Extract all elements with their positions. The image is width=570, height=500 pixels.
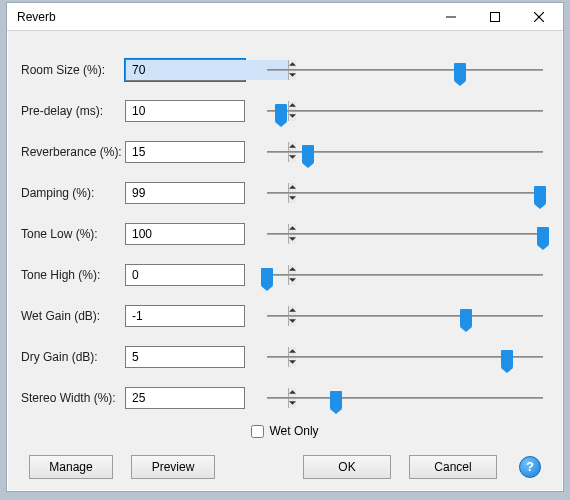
param-label-tone_low: Tone Low (%): bbox=[21, 227, 125, 241]
slider-track bbox=[267, 315, 543, 317]
svg-marker-21 bbox=[289, 401, 296, 405]
param-label-reverberance: Reverberance (%): bbox=[21, 145, 125, 159]
slider-track bbox=[267, 151, 543, 153]
slider-thumb-stereo_width[interactable] bbox=[330, 391, 342, 409]
slider-track bbox=[267, 192, 543, 194]
slider-track bbox=[267, 110, 543, 112]
param-row-room_size: Room Size (%): bbox=[21, 49, 549, 90]
svg-marker-13 bbox=[289, 237, 296, 241]
param-label-dry_gain: Dry Gain (dB): bbox=[21, 350, 125, 364]
param-slider-tone_high[interactable] bbox=[245, 274, 549, 276]
wet-only-checkbox[interactable] bbox=[251, 425, 264, 438]
manage-button[interactable]: Manage bbox=[29, 455, 113, 479]
param-row-damping: Damping (%): bbox=[21, 172, 549, 213]
param-label-stereo_width: Stereo Width (%): bbox=[21, 391, 125, 405]
spin-down-wet_gain[interactable] bbox=[289, 316, 296, 326]
wet-only-label-wrap[interactable]: Wet Only bbox=[251, 424, 318, 438]
param-slider-tone_low[interactable] bbox=[245, 233, 549, 235]
slider-thumb-dry_gain[interactable] bbox=[501, 350, 513, 368]
param-slider-dry_gain[interactable] bbox=[245, 356, 549, 358]
param-slider-damping[interactable] bbox=[245, 192, 549, 194]
param-label-wet_gain: Wet Gain (dB): bbox=[21, 309, 125, 323]
param-slider-wet_gain[interactable] bbox=[245, 315, 549, 317]
svg-marker-16 bbox=[289, 309, 296, 313]
maximize-button[interactable] bbox=[473, 4, 517, 30]
preview-button[interactable]: Preview bbox=[131, 455, 215, 479]
param-label-damping: Damping (%): bbox=[21, 186, 125, 200]
spin-down-stereo_width[interactable] bbox=[289, 398, 296, 408]
param-spinbox-damping[interactable] bbox=[125, 182, 245, 204]
svg-marker-7 bbox=[289, 114, 296, 118]
param-row-stereo_width: Stereo Width (%): bbox=[21, 377, 549, 418]
close-icon bbox=[534, 12, 544, 22]
param-spinbox-tone_low[interactable] bbox=[125, 223, 245, 245]
wet-only-label: Wet Only bbox=[269, 424, 318, 438]
svg-marker-14 bbox=[289, 268, 296, 272]
param-spinbox-wet_gain[interactable] bbox=[125, 305, 245, 327]
svg-marker-12 bbox=[289, 227, 296, 231]
spin-down-reverberance[interactable] bbox=[289, 152, 296, 162]
param-row-dry_gain: Dry Gain (dB): bbox=[21, 336, 549, 377]
minimize-button[interactable] bbox=[429, 4, 473, 30]
param-row-tone_high: Tone High (%): bbox=[21, 254, 549, 295]
svg-marker-20 bbox=[289, 391, 296, 395]
svg-marker-8 bbox=[289, 145, 296, 149]
param-spinbox-reverberance[interactable] bbox=[125, 141, 245, 163]
window-title: Reverb bbox=[17, 10, 429, 24]
slider-thumb-tone_low[interactable] bbox=[537, 227, 549, 245]
param-label-room_size: Room Size (%): bbox=[21, 63, 125, 77]
param-row-pre_delay: Pre-delay (ms): bbox=[21, 90, 549, 131]
svg-marker-5 bbox=[289, 73, 296, 77]
slider-thumb-pre_delay[interactable] bbox=[275, 104, 287, 122]
svg-marker-4 bbox=[289, 63, 296, 67]
ok-button[interactable]: OK bbox=[303, 455, 391, 479]
slider-thumb-reverberance[interactable] bbox=[302, 145, 314, 163]
button-bar: Manage Preview OK Cancel ? bbox=[21, 451, 549, 479]
param-slider-pre_delay[interactable] bbox=[245, 110, 549, 112]
svg-marker-18 bbox=[289, 350, 296, 354]
svg-marker-15 bbox=[289, 278, 296, 282]
param-spinbox-room_size[interactable] bbox=[125, 59, 245, 81]
spin-down-tone_high[interactable] bbox=[289, 275, 296, 285]
svg-marker-6 bbox=[289, 104, 296, 108]
svg-rect-1 bbox=[491, 12, 500, 21]
param-spinbox-dry_gain[interactable] bbox=[125, 346, 245, 368]
param-slider-room_size[interactable] bbox=[245, 69, 549, 71]
maximize-icon bbox=[490, 12, 500, 22]
param-spinbox-tone_high[interactable] bbox=[125, 264, 245, 286]
param-row-tone_low: Tone Low (%): bbox=[21, 213, 549, 254]
param-slider-stereo_width[interactable] bbox=[245, 397, 549, 399]
slider-thumb-damping[interactable] bbox=[534, 186, 546, 204]
spin-down-dry_gain[interactable] bbox=[289, 357, 296, 367]
svg-marker-10 bbox=[289, 186, 296, 190]
param-label-tone_high: Tone High (%): bbox=[21, 268, 125, 282]
spin-down-damping[interactable] bbox=[289, 193, 296, 203]
param-label-pre_delay: Pre-delay (ms): bbox=[21, 104, 125, 118]
dialog-content: Room Size (%):Pre-delay (ms):Reverberanc… bbox=[7, 31, 563, 487]
slider-thumb-wet_gain[interactable] bbox=[460, 309, 472, 327]
help-button[interactable]: ? bbox=[519, 456, 541, 478]
slider-track bbox=[267, 233, 543, 235]
title-bar: Reverb bbox=[7, 3, 563, 31]
param-row-wet_gain: Wet Gain (dB): bbox=[21, 295, 549, 336]
cancel-button[interactable]: Cancel bbox=[409, 455, 497, 479]
slider-track bbox=[267, 274, 543, 276]
slider-thumb-tone_high[interactable] bbox=[261, 268, 273, 286]
param-row-reverberance: Reverberance (%): bbox=[21, 131, 549, 172]
svg-marker-19 bbox=[289, 360, 296, 364]
slider-track bbox=[267, 69, 543, 71]
close-button[interactable] bbox=[517, 4, 561, 30]
param-slider-reverberance[interactable] bbox=[245, 151, 549, 153]
wet-only-row: Wet Only bbox=[21, 418, 549, 451]
spin-down-pre_delay[interactable] bbox=[289, 111, 296, 121]
reverb-dialog: Reverb Room Size (%):Pre-delay (ms):Reve… bbox=[6, 2, 564, 492]
slider-track bbox=[267, 356, 543, 358]
svg-marker-11 bbox=[289, 196, 296, 200]
slider-thumb-room_size[interactable] bbox=[454, 63, 466, 81]
svg-marker-17 bbox=[289, 319, 296, 323]
spin-down-tone_low[interactable] bbox=[289, 234, 296, 244]
slider-track bbox=[267, 397, 543, 399]
param-spinbox-stereo_width[interactable] bbox=[125, 387, 245, 409]
param-spinbox-pre_delay[interactable] bbox=[125, 100, 245, 122]
spin-down-room_size[interactable] bbox=[289, 70, 296, 80]
